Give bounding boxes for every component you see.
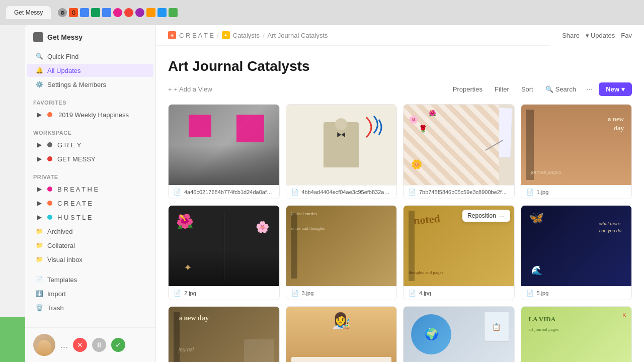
add-view-label: + Add a View — [174, 85, 212, 93]
browser-icon-8 — [146, 8, 155, 17]
gallery-item[interactable]: 🌸 🌹 🌺 🌼 📄 7bb745f5846b05c59e3c8900be2fcd… — [403, 104, 515, 199]
media-pause-button[interactable]: ⏸ — [92, 338, 106, 352]
gallery-item-footer: 📄 4bb4ad4404ecf04ae3c95efb832a3a9a.jpg — [286, 185, 397, 199]
file-name: 4bb4ad4404ecf04ae3c95efb832a3a9a.jpg — [302, 189, 392, 195]
breadcrumb: ◈ C R E A T E / ● Catalysts / Art Journa… — [156, 25, 550, 46]
grey-expand-icon: ▶ — [35, 141, 43, 149]
more-options-button[interactable]: ··· — [584, 83, 595, 96]
settings-label: Settings & Members — [47, 81, 106, 88]
app-container: Get Messy 🔍 Quick Find 🔔 All Updates ⚙️ … — [25, 25, 644, 362]
breadcrumb-catalysts[interactable]: Catalysts — [233, 32, 260, 39]
all-updates-icon: 🔔 — [35, 66, 43, 74]
settings-icon: ⚙️ — [35, 80, 43, 88]
reposition-tooltip[interactable]: Reposition ··· — [462, 210, 510, 222]
browser-icon-gmail[interactable]: G — [69, 8, 78, 17]
gallery-item-footer: 📄 4a46c0217684b774fcb1d24da0af4252.jpg — [169, 185, 279, 199]
gallery-item[interactable]: 🦋 what morecan you do 🌊 📄 5.jpg — [521, 205, 632, 300]
properties-button[interactable]: Properties — [449, 83, 487, 95]
browser-icon-10 — [169, 8, 178, 17]
sidebar-item-create[interactable]: ▶ C R E A T E — [27, 197, 153, 210]
grey-dot — [47, 142, 52, 147]
sidebar-item-grey[interactable]: ▶ G R E Y — [27, 138, 153, 151]
reposition-more-icon[interactable]: ··· — [499, 212, 505, 220]
gallery-item-footer: 📄 2.jpg — [169, 286, 279, 300]
create-breadcrumb-icon: ◈ — [168, 31, 176, 39]
sidebar-item-templates[interactable]: 📄 Templates — [27, 273, 153, 286]
file-name: 4.jpg — [419, 290, 431, 296]
sidebar-item-collateral[interactable]: 📁 Collateral — [27, 239, 153, 252]
gallery-item[interactable]: 🌺 🌸 ✦ 📄 2.jpg — [168, 205, 280, 300]
sidebar-item-visual-inbox[interactable]: 📁 Visual inbox — [27, 253, 153, 266]
media-controls-more[interactable]: ... — [60, 340, 68, 350]
breadcrumb-create[interactable]: C R E A T E — [179, 32, 214, 39]
updates-button[interactable]: ▾ Updates — [586, 32, 615, 39]
breadcrumb-sep-1: / — [217, 32, 219, 39]
search-button[interactable]: 🔍 Search — [541, 83, 580, 95]
gallery-item[interactable]: 🌍 📋 📄 Image.png — [403, 306, 515, 362]
workspace-section: WORKSPACE — [25, 126, 155, 138]
quick-find-icon: 🔍 — [35, 52, 43, 60]
breadcrumb-page[interactable]: Art Journal Catalysts — [268, 32, 328, 39]
catalysts-breadcrumb-icon: ● — [222, 31, 230, 39]
new-button[interactable]: New ▾ — [599, 82, 632, 96]
gallery-item[interactable]: a new day journal 📄 6.jpg — [168, 306, 280, 362]
file-name: 5.jpg — [537, 290, 549, 296]
sidebar-item-archived[interactable]: 📁 Archived — [27, 225, 153, 238]
hustle-expand-icon: ▶ — [35, 213, 43, 221]
get-messy-expand-icon: ▶ — [35, 155, 43, 163]
file-icon: 📄 — [174, 290, 181, 297]
file-icon: 📄 — [291, 290, 299, 297]
weekly-happiness-label: 2019 Weekly Happiness — [58, 111, 129, 119]
page-body: Art Journal Catalysts + + Add a View Pro… — [156, 46, 644, 362]
file-icon: 📄 — [409, 290, 416, 297]
breadcrumb-inner: ◈ C R E A T E / ● Catalysts / Art Journa… — [156, 25, 550, 46]
import-icon: ⬇️ — [35, 290, 43, 298]
breathe-label: B R E A T H E — [57, 186, 98, 193]
favorites-button[interactable]: Fav — [621, 32, 632, 39]
gallery-item[interactable]: a newday journal pages 📄 1.jpg — [521, 104, 632, 199]
templates-label: Templates — [47, 276, 77, 284]
media-check-button[interactable]: ✓ — [111, 338, 125, 352]
gallery-item[interactable]: 📄 4bb4ad4404ecf04ae3c95efb832a3a9a.jpg — [286, 104, 397, 199]
sidebar-item-trash[interactable]: 🗑️ Trash — [27, 301, 153, 314]
sort-button[interactable]: Sort — [517, 83, 537, 95]
new-arrow-icon: ▾ — [621, 85, 625, 93]
browser-icon-3 — [91, 8, 100, 17]
gallery-item[interactable]: noted thoughts and pages 📄 4.jpg Reposit… — [403, 205, 515, 300]
browser-tab[interactable]: Get Messy — [6, 6, 51, 19]
file-name: 3.jpg — [302, 290, 314, 296]
gallery-item[interactable]: 👩‍🎨 illustration 🤲 📄 Image [2].png — [286, 306, 397, 362]
breadcrumb-sep-2: / — [263, 32, 265, 39]
hustle-label: H U S T L E — [57, 214, 92, 221]
private-section: PRIVATE — [25, 170, 155, 182]
file-name: 7bb745f5846b05c59e3c8900be2fcd9b.jpg — [419, 189, 509, 195]
media-close-button[interactable]: ✕ — [73, 338, 87, 352]
browser-icon-1: ⚙ — [58, 8, 67, 17]
filter-button[interactable]: Filter — [491, 83, 513, 95]
new-label: New — [606, 85, 619, 93]
file-icon: 📄 — [526, 189, 534, 196]
gallery-item[interactable]: 📄 4a46c0217684b774fcb1d24da0af4252.jpg — [168, 104, 280, 199]
browser-icon-6 — [124, 8, 133, 17]
sidebar-item-import[interactable]: ⬇️ Import — [27, 287, 153, 300]
share-button[interactable]: Share — [562, 32, 580, 39]
file-icon: 📄 — [409, 189, 416, 196]
user-avatar[interactable] — [33, 334, 55, 356]
sidebar-item-weekly-happiness[interactable]: ▶ 2019 Weekly Happiness — [27, 108, 153, 121]
breathe-dot — [47, 187, 52, 192]
create-label: C R E A T E — [57, 200, 92, 207]
sidebar-item-get-messy[interactable]: ▶ GET MESSY — [27, 152, 153, 165]
archived-icon: 📁 — [35, 227, 43, 235]
sidebar-item-all-updates[interactable]: 🔔 All Updates — [27, 64, 153, 77]
browser-icon-5 — [113, 8, 122, 17]
sidebar-item-hustle[interactable]: ▶ H U S T L E — [27, 211, 153, 224]
get-messy-label: GET MESSY — [57, 155, 96, 163]
updates-chevron: ▾ — [586, 32, 589, 39]
gallery-item[interactable]: LA VIDA art journal pages 🦋 K 📄 6a00e550… — [521, 306, 632, 362]
breathe-expand-icon: ▶ — [35, 185, 43, 193]
sidebar-item-settings[interactable]: ⚙️ Settings & Members — [27, 78, 153, 91]
sidebar-item-breathe[interactable]: ▶ B R E A T H E — [27, 183, 153, 196]
gallery-item[interactable]: journal entries notes and thoughts 📄 3.j… — [286, 205, 397, 300]
sidebar-item-quick-find[interactable]: 🔍 Quick Find — [27, 50, 153, 63]
add-view-button[interactable]: + + Add a View — [168, 85, 212, 93]
